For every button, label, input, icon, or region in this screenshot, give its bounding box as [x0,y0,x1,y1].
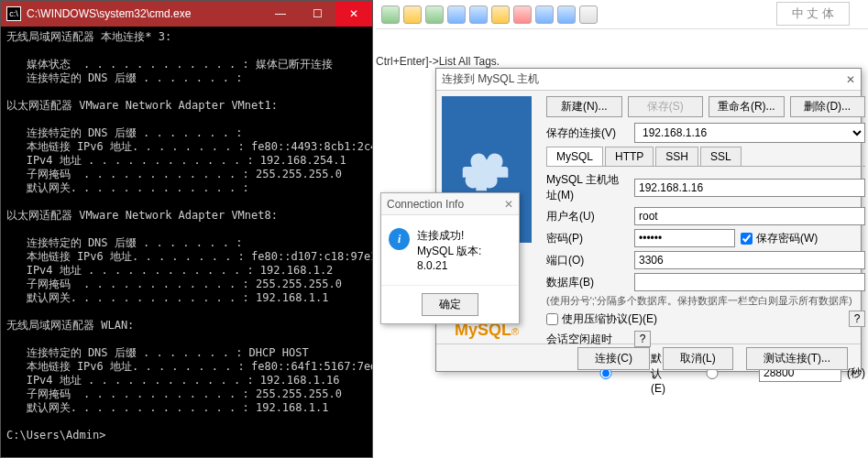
idle-sec-label: (秒) [847,365,865,381]
toolbar-icon[interactable] [403,5,422,24]
db-hint: (使用分号';'分隔多个数据库。保持数据库一栏空白则显示所有数据库) [546,295,865,307]
port-input[interactable] [634,251,865,269]
cmd-title: C:\WINDOWS\system32\cmd.exe [27,7,262,20]
cmd-icon: c:\ [6,6,21,21]
hint-text: Ctrl+Enter]->List All Tags. [376,55,500,68]
user-label: 用户名(U) [546,209,629,224]
toolbar-icon[interactable] [425,5,444,24]
help-button[interactable]: ? [634,331,651,347]
host-input[interactable] [634,179,865,197]
info-message: 连接成功! MySQL 版本: 8.0.21 [417,228,511,272]
connection-info-dialog: Connection Info ✕ i 连接成功! MySQL 版本: 8.0.… [380,192,520,324]
db-label: 数据库(B) [546,275,629,290]
close-button[interactable]: ✕ [335,1,372,27]
info-icon: i [389,228,410,250]
toolbar-icon[interactable] [469,5,488,24]
delete-button[interactable]: 删除(D)... [790,96,866,117]
protocol-tabs: MySQL HTTP SSH SSL [546,147,865,167]
dialog-titlebar[interactable]: 连接到 MySQL 主机 ✕ [436,69,861,91]
ok-button[interactable]: 确定 [422,293,478,316]
dialog-title: 连接到 MySQL 主机 [442,71,539,87]
toolbar-icon[interactable] [491,5,510,24]
cmd-output[interactable]: 无线局域网适配器 本地连接* 3: 媒体状态 . . . . . . . . .… [1,27,372,446]
tab-ssh[interactable]: SSH [655,147,698,166]
tab-ssl[interactable]: SSL [700,147,742,166]
pwd-input[interactable] [634,229,735,247]
help-button[interactable]: ? [849,311,865,327]
connect-button[interactable]: 连接(C) [577,347,650,370]
saved-conn-select[interactable]: 192.168.1.16 [634,123,865,143]
saved-conn-label: 保存的连接(V) [546,125,629,141]
info-titlebar[interactable]: Connection Info ✕ [381,193,519,215]
connection-form: 新建(N)... 保存(S) 重命名(R)... 删除(D)... 保存的连接(… [537,91,868,344]
user-input[interactable] [634,207,865,225]
toolbar-icon[interactable] [579,5,598,24]
info-line1: 连接成功! [417,228,511,244]
info-title: Connection Info [387,198,464,211]
pwd-label: 密码(P) [546,231,629,246]
tab-http[interactable]: HTTP [605,147,654,166]
close-icon[interactable]: ✕ [504,198,513,211]
db-input[interactable] [634,273,865,291]
toolbar-icon[interactable] [513,5,532,24]
save-pwd-label: 保存密码(W) [756,231,818,246]
rename-button[interactable]: 重命名(R)... [709,96,785,117]
decor-box: 中 丈 体 [776,2,850,26]
compress-label: 使用压缩协议(E)(E) [562,311,657,327]
test-connect-button[interactable]: 测试连接(T)... [746,347,848,370]
host-label: MySQL 主机地址(M) [546,172,629,203]
maximize-button[interactable]: ☐ [299,1,335,27]
cancel-button[interactable]: 取消(L) [663,347,733,370]
tab-mysql[interactable]: MySQL [546,147,603,166]
close-icon[interactable]: ✕ [846,73,855,86]
save-pwd-checkbox[interactable] [741,233,753,245]
cmd-window: c:\ C:\WINDOWS\system32\cmd.exe — ☐ ✕ 无线… [0,0,373,458]
idle-label: 会话空闲超时 [546,332,629,347]
toolbar-icon[interactable] [381,5,400,24]
save-button: 保存(S) [628,96,704,117]
toolbar-icon[interactable] [557,5,576,24]
new-button[interactable]: 新建(N)... [546,96,622,117]
port-label: 端口(O) [546,253,629,268]
toolbar-icon[interactable] [447,5,466,24]
toolbar-icon[interactable] [535,5,554,24]
cmd-titlebar[interactable]: c:\ C:\WINDOWS\system32\cmd.exe — ☐ ✕ [1,1,372,27]
info-line2: MySQL 版本: 8.0.21 [417,244,511,272]
compress-checkbox[interactable] [546,313,558,325]
minimize-button[interactable]: — [262,1,299,27]
